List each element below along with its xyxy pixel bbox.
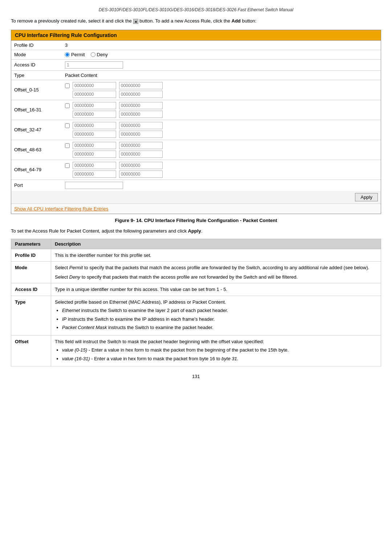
profile-id-param-desc: This is the identifier number for this p…	[51, 249, 381, 262]
offset-16-31-checkbox[interactable]	[65, 103, 70, 108]
profile-id-param-name: Profile ID	[11, 249, 51, 262]
apply-row: Apply	[11, 191, 381, 204]
offset-48-63-label: Offset_48-63	[11, 140, 62, 160]
access-id-row: Access ID	[11, 59, 381, 70]
offset-64-79-row: Offset_64-79	[11, 160, 381, 180]
access-id-input[interactable]	[65, 61, 123, 69]
offset-16-31-label: Offset_16-31	[11, 100, 62, 120]
offset-32-47-field-4[interactable]	[119, 131, 163, 138]
offset-0-15-field-4[interactable]	[119, 91, 163, 98]
type-param-desc: Selected profile based on Ethernet (MAC …	[51, 296, 381, 335]
offset-48-63-checkbox[interactable]	[65, 143, 70, 148]
offset-0-15-field-3[interactable]	[73, 91, 116, 98]
show-all-link[interactable]: Show All CPU Interface Filtering Rule En…	[11, 204, 381, 214]
intro-paragraph: To remove a previously created rule, sel…	[11, 17, 381, 25]
port-input[interactable]	[65, 182, 123, 189]
deny-radio[interactable]	[91, 52, 95, 57]
profile-id-label: Profile ID	[11, 41, 62, 50]
offset-0-15-field-2[interactable]	[119, 82, 163, 89]
set-text-paragraph: To set the Access Rule for Packet Conten…	[11, 228, 381, 234]
offset-0-15-field-1[interactable]	[73, 82, 116, 89]
mode-radio-group: Permit Deny	[65, 52, 378, 57]
offset-48-63-field-1[interactable]	[73, 142, 116, 149]
mode-param-row: Mode Select Permit to specify that the p…	[11, 262, 381, 283]
permit-label: Permit	[71, 52, 85, 57]
deny-label: Deny	[97, 52, 108, 57]
offset-64-79-field-3[interactable]	[73, 171, 116, 178]
figure-caption: Figure 9- 14. CPU Interface Filtering Ru…	[11, 218, 381, 223]
offset-32-47-label: Offset_32-47	[11, 120, 62, 140]
offset-0-15-row: Offset_0-15	[11, 80, 381, 100]
apply-button[interactable]: Apply	[355, 193, 378, 201]
config-panel: CPU Interface Filtering Rule Configurati…	[11, 30, 381, 214]
offset-16-31-field-1[interactable]	[73, 102, 116, 109]
offset-64-79-label: Offset_64-79	[11, 160, 62, 180]
offset-64-79-field-2[interactable]	[119, 162, 163, 169]
page-number: 131	[11, 374, 381, 379]
type-row: Type Packet Content	[11, 70, 381, 80]
config-header: CPU Interface Filtering Rule Configurati…	[11, 30, 381, 41]
port-label: Port	[11, 180, 62, 191]
config-table: Profile ID 3 Mode Permit Deny Access	[11, 41, 381, 191]
mode-param-name: Mode	[11, 262, 51, 283]
offset-0-15-label: Offset_0-15	[11, 80, 62, 100]
permit-radio[interactable]	[65, 52, 70, 57]
mode-label: Mode	[11, 50, 62, 59]
offset-48-63-field-4[interactable]	[119, 151, 163, 158]
type-label: Type	[11, 70, 62, 80]
params-header-row: Parameters Description	[11, 239, 381, 249]
offset-64-79-checkbox[interactable]	[65, 163, 70, 168]
offset-param-name: Offset	[11, 335, 51, 366]
offset-16-31-field-3[interactable]	[73, 111, 116, 118]
offset-param-desc: This field will instruct the Switch to m…	[51, 335, 381, 366]
profile-id-value: 3	[62, 41, 381, 50]
access-id-param-desc: Type in a unique identifier number for t…	[51, 283, 381, 296]
offset-48-63-field-2[interactable]	[119, 142, 163, 149]
offset-16-31-row: Offset_16-31	[11, 100, 381, 120]
type-param-row: Type Selected profile based on Ethernet …	[11, 296, 381, 335]
offset-64-79-field-4[interactable]	[119, 171, 163, 178]
offset-64-79-field-1[interactable]	[73, 162, 116, 169]
offset-48-63-row: Offset_48-63	[11, 140, 381, 160]
offset-32-47-field-2[interactable]	[119, 122, 163, 129]
access-id-label: Access ID	[11, 59, 62, 70]
profile-id-param-row: Profile ID This is the identifier number…	[11, 249, 381, 262]
type-param-name: Type	[11, 296, 51, 335]
port-row: Port	[11, 180, 381, 191]
params-col1-header: Parameters	[11, 239, 51, 249]
offset-32-47-row: Offset_32-47	[11, 120, 381, 140]
params-table: Parameters Description Profile ID This i…	[11, 239, 381, 367]
offset-0-15-checkbox[interactable]	[65, 83, 70, 88]
permit-radio-label[interactable]: Permit	[65, 52, 85, 57]
mode-row: Mode Permit Deny	[11, 50, 381, 59]
offset-48-63-field-3[interactable]	[73, 151, 116, 158]
offset-32-47-checkbox[interactable]	[65, 123, 70, 128]
offset-32-47-field-1[interactable]	[73, 122, 116, 129]
offset-param-row: Offset This field will instruct the Swit…	[11, 335, 381, 366]
offset-32-47-field-3[interactable]	[73, 131, 116, 138]
access-id-param-name: Access ID	[11, 283, 51, 296]
params-col2-header: Description	[51, 239, 381, 249]
type-value: Packet Content	[62, 70, 381, 80]
offset-16-31-field-4[interactable]	[119, 111, 163, 118]
delete-icon: ✕	[133, 19, 138, 24]
mode-param-desc: Select Permit to specify that the packet…	[51, 262, 381, 283]
offset-16-31-field-2[interactable]	[119, 102, 163, 109]
access-id-param-row: Access ID Type in a unique identifier nu…	[11, 283, 381, 296]
deny-radio-label[interactable]: Deny	[91, 52, 108, 57]
profile-id-row: Profile ID 3	[11, 41, 381, 50]
page-title: DES-3010F/DES-3010FL/DES-3010G/DES-3016/…	[11, 7, 381, 12]
